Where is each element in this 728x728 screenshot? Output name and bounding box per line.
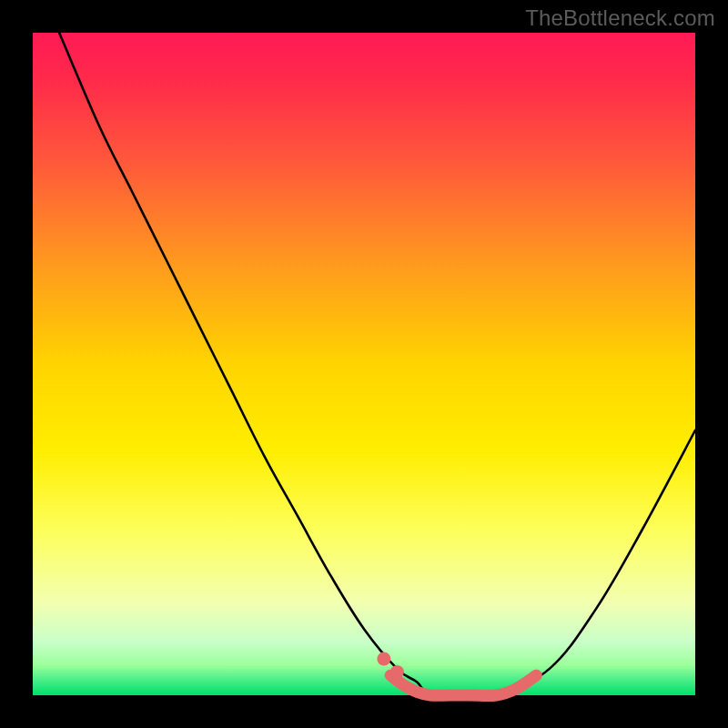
- highlight-dot: [377, 652, 390, 665]
- highlight-dot: [390, 665, 404, 679]
- chart-container: TheBottleneck.com: [0, 0, 728, 728]
- bottleneck-chart: [0, 0, 728, 728]
- watermark-text: TheBottleneck.com: [525, 5, 715, 31]
- svg-rect-0: [33, 33, 695, 695]
